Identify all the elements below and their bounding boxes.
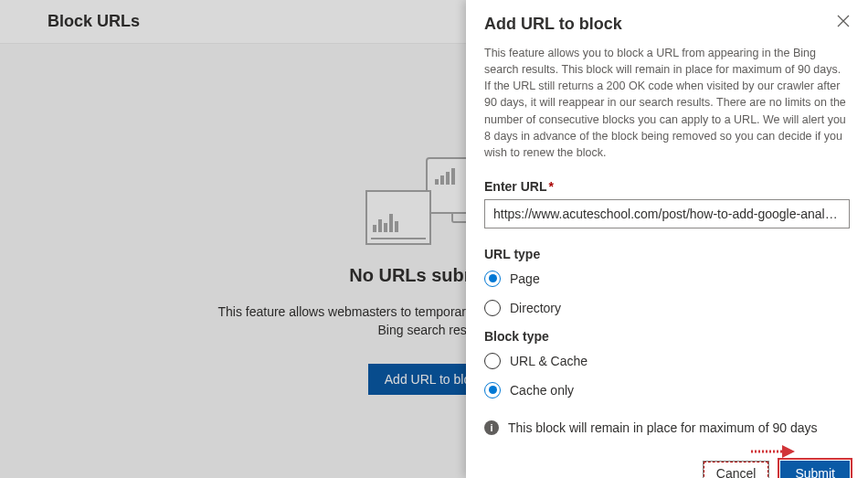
radio-url-cache[interactable]: URL & Cache bbox=[484, 353, 850, 369]
close-icon[interactable] bbox=[837, 15, 850, 30]
radio-label-cache-only: Cache only bbox=[510, 383, 574, 398]
panel-title: Add URL to block bbox=[484, 15, 622, 34]
radio-label-directory: Directory bbox=[510, 301, 561, 315]
cancel-button[interactable]: Cancel bbox=[703, 461, 770, 478]
radio-directory[interactable]: Directory bbox=[484, 300, 850, 316]
url-field-label: Enter URL* bbox=[484, 179, 850, 194]
info-text: This block will remain in place for maxi… bbox=[508, 420, 817, 435]
add-url-panel: Add URL to block This feature allows you… bbox=[466, 0, 868, 478]
radio-cache-only[interactable]: Cache only bbox=[484, 382, 850, 398]
radio-label-url-cache: URL & Cache bbox=[510, 354, 587, 368]
panel-footer: Cancel Submit bbox=[484, 451, 850, 478]
info-icon: i bbox=[484, 420, 499, 435]
radio-icon bbox=[484, 353, 501, 369]
required-marker: * bbox=[548, 179, 553, 194]
url-type-label: URL type bbox=[484, 247, 850, 261]
block-type-label: Block type bbox=[484, 329, 850, 344]
submit-button[interactable]: Submit bbox=[780, 461, 850, 478]
url-input[interactable] bbox=[484, 199, 850, 228]
radio-icon bbox=[484, 271, 501, 287]
panel-description: This feature allows you to block a URL f… bbox=[484, 45, 850, 161]
radio-icon bbox=[484, 382, 501, 398]
radio-icon bbox=[484, 300, 501, 316]
info-row: i This block will remain in place for ma… bbox=[484, 420, 850, 435]
radio-page[interactable]: Page bbox=[484, 271, 850, 287]
radio-label-page: Page bbox=[510, 271, 540, 286]
